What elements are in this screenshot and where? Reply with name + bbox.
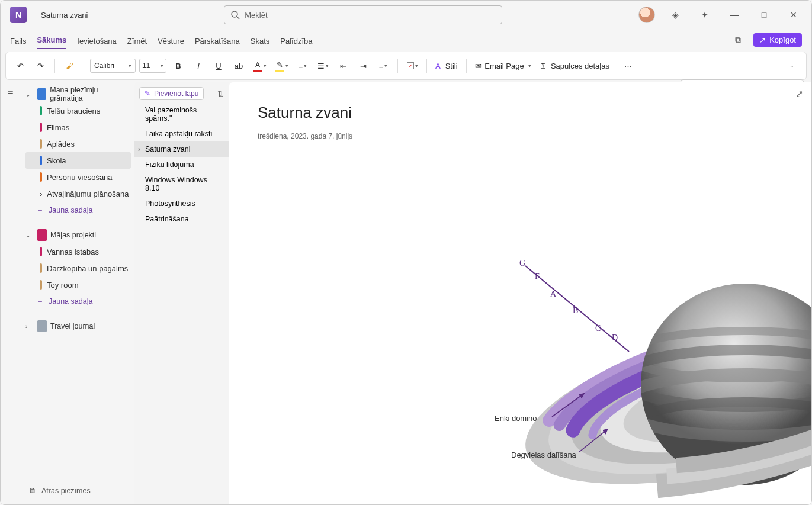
expand-icon[interactable]: ⤢ xyxy=(795,88,803,99)
menu-bar: Fails Sākums Ievietošana Zīmēt Vēsture P… xyxy=(1,29,811,49)
format-painter-button[interactable]: 🖌 xyxy=(61,57,78,74)
quick-notes-button[interactable]: 🗎 Ātrās piezīmes xyxy=(22,480,134,501)
bold-button[interactable]: B xyxy=(170,57,187,74)
page-row[interactable]: Fiziku lidojuma xyxy=(134,157,229,172)
page-title[interactable]: Saturna zvani xyxy=(258,104,783,122)
svg-line-1 xyxy=(237,17,239,19)
font-selector[interactable]: Calibri▾ xyxy=(90,59,136,73)
note-icon: 🗎 xyxy=(29,487,37,495)
window-minimize[interactable]: — xyxy=(725,5,744,24)
bullets-button[interactable]: ≡▾ xyxy=(294,57,311,74)
share-button[interactable]: ↗ Kopīgot xyxy=(753,33,802,47)
page-row[interactable]: Windows Windows 8.10 xyxy=(134,172,229,196)
annotation-text: Degvielas dalīšana xyxy=(511,451,576,459)
sparkle-icon[interactable]: ✦ xyxy=(695,5,714,24)
ring-label: D xyxy=(612,333,618,343)
email-page-button[interactable]: ✉ Email Page ▾ xyxy=(473,57,534,74)
font-size-selector[interactable]: 11▾ xyxy=(139,59,166,73)
redo-button[interactable]: ↷ xyxy=(32,57,49,74)
plus-icon: ＋ xyxy=(36,297,44,307)
notebook-sidebar: ⌄ Mana piezīmju grāmatiņa Telšu braucien… xyxy=(22,82,134,504)
tab-help[interactable]: Palīdzība xyxy=(280,37,312,49)
page-date: trešdiena, 2023. gada 7. jūnijs xyxy=(258,132,783,140)
page-row[interactable]: Laika apstākļu raksti xyxy=(134,126,229,141)
saturn-illustration: G F A B C D Enki domino Degvielas dalīša… xyxy=(484,248,811,504)
copy-icon[interactable]: ⧉ xyxy=(728,30,747,49)
ring-label: B xyxy=(573,306,578,316)
todo-tag-button[interactable]: ✓▾ xyxy=(404,57,421,74)
page-row[interactable]: Paātrināšana xyxy=(134,211,229,227)
chevron-down-icon: ⌄ xyxy=(25,91,34,98)
tab-view[interactable]: Skats xyxy=(251,37,270,49)
highlight-button[interactable]: ✎▾ xyxy=(272,57,291,74)
outdent-button[interactable]: ⇤ xyxy=(335,57,351,74)
title-bar: N Saturna zvani Meklēt ◈ ✦ — □ ✕ xyxy=(1,1,811,29)
section-row[interactable]: Personu viesošana xyxy=(25,169,131,185)
tab-file[interactable]: Fails xyxy=(10,37,26,49)
search-input[interactable]: Meklēt xyxy=(224,5,502,24)
notebook-row[interactable]: ⌄ Mana piezīmju grāmatiņa xyxy=(22,86,134,102)
svg-point-0 xyxy=(232,11,237,17)
avatar[interactable] xyxy=(638,7,655,23)
tab-insert[interactable]: Ievietošana xyxy=(77,37,117,49)
window-close[interactable]: ✕ xyxy=(784,5,803,24)
ring-label: F xyxy=(535,272,540,281)
meeting-details-button[interactable]: 🗓 Sapulces detaļas xyxy=(537,57,612,74)
section-row[interactable]: Toy room xyxy=(25,276,131,293)
styles-button[interactable]: A̲ Stili xyxy=(433,57,460,74)
add-section-button[interactable]: ＋Jauna sadaļa xyxy=(22,202,134,218)
font-color-button[interactable]: A▾ xyxy=(251,57,269,74)
notebook-row[interactable]: › Travel journal xyxy=(22,318,134,334)
italic-button[interactable]: I xyxy=(190,57,207,74)
search-icon xyxy=(230,10,240,20)
tab-history[interactable]: Vēsture xyxy=(158,37,184,49)
page-row[interactable]: Photosynthesis xyxy=(134,196,229,211)
tab-home[interactable]: Sākums xyxy=(37,36,66,49)
app-icon: N xyxy=(10,7,27,23)
window-maximize[interactable]: □ xyxy=(755,5,774,24)
add-page-button[interactable]: ✎ Pievienot lapu xyxy=(139,87,204,100)
share-label: Kopīgot xyxy=(769,36,796,44)
page-row[interactable]: Vai pazeminošs spārns." xyxy=(134,102,229,126)
ring-label: C xyxy=(595,324,601,333)
chevron-right-icon: › xyxy=(25,323,34,330)
underline-button[interactable]: U xyxy=(210,57,227,74)
tab-draw[interactable]: Zīmēt xyxy=(127,37,147,49)
annotation-text: Enki domino xyxy=(495,414,537,423)
premium-icon[interactable]: ◈ xyxy=(666,5,685,24)
document-title: Saturna zvani xyxy=(41,11,88,20)
chevron-right-icon: › xyxy=(40,189,42,198)
numbering-button[interactable]: ☰▾ xyxy=(314,57,331,74)
section-group-row[interactable]: ›Atvaļinājumu plānošana xyxy=(25,185,131,202)
page-row[interactable]: Saturna zvani xyxy=(134,141,229,157)
search-placeholder: Meklēt xyxy=(245,11,267,20)
hamburger-button[interactable]: ≡ xyxy=(8,88,22,99)
page-list: ✎ Pievienot lapu ⇅ Vai pazeminošs spārns… xyxy=(134,82,229,504)
section-row[interactable]: Dārzkopība un pagalms xyxy=(25,260,131,276)
plus-icon: ＋ xyxy=(36,205,44,215)
ring-label: A xyxy=(550,290,556,299)
share-icon: ↗ xyxy=(759,36,766,44)
sort-icon[interactable]: ⇅ xyxy=(217,89,224,98)
section-row[interactable]: Vannas istabas xyxy=(25,243,131,260)
align-button[interactable]: ≡▾ xyxy=(375,57,391,74)
add-section-button[interactable]: ＋Jauna sadaļa xyxy=(22,293,134,310)
page-canvas[interactable]: ⤢ Saturna zvani trešdiena, 2023. gada 7.… xyxy=(229,82,811,504)
tab-review[interactable]: Pārskatīšana xyxy=(195,37,240,49)
notebook-row[interactable]: ⌄ Mājas projekti xyxy=(22,227,134,243)
section-row[interactable]: Telšu brauciens xyxy=(25,102,131,119)
compose-icon: ✎ xyxy=(145,89,150,98)
strikethrough-button[interactable]: ab xyxy=(230,57,247,74)
ring-label: G xyxy=(519,259,525,268)
ribbon-collapse-button[interactable]: ⌄ xyxy=(784,57,800,74)
section-row[interactable]: Aplādes xyxy=(25,136,131,152)
indent-button[interactable]: ⇥ xyxy=(355,57,371,74)
chevron-down-icon: ⌄ xyxy=(25,232,34,239)
section-row[interactable]: Filmas xyxy=(25,119,131,136)
undo-button[interactable]: ↶ xyxy=(12,57,28,74)
more-commands-button[interactable]: ⋯ xyxy=(620,57,637,74)
section-row[interactable]: Skola xyxy=(25,152,131,169)
ribbon: ↶ ↷ 🖌 Calibri▾ 11▾ B I U ab A▾ ✎▾ ≡▾ ☰▾ … xyxy=(5,52,807,80)
